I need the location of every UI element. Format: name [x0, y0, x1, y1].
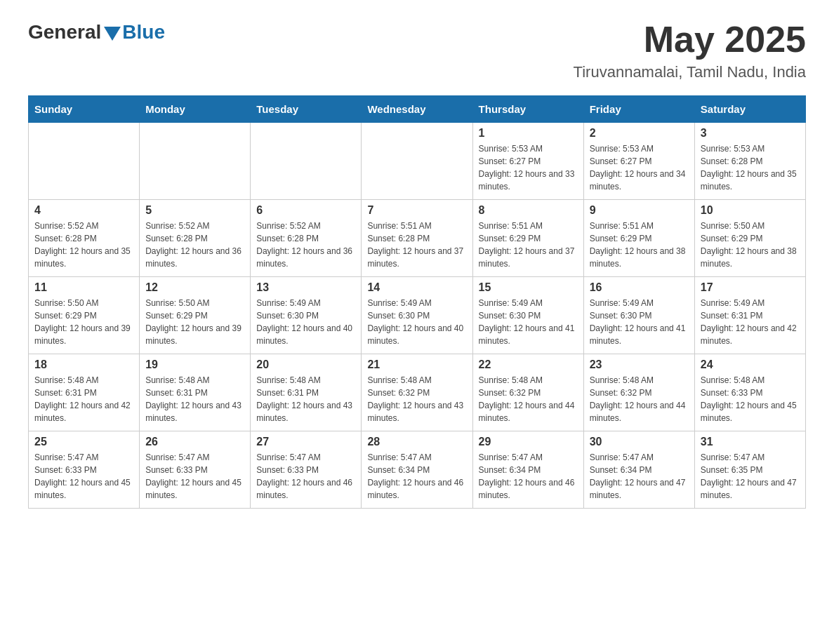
day-number: 17 — [701, 281, 800, 294]
day-number: 6 — [256, 204, 355, 217]
day-info: Sunrise: 5:47 AM Sunset: 6:33 PM Dayligh… — [34, 451, 133, 502]
calendar-cell: 14Sunrise: 5:49 AM Sunset: 6:30 PM Dayli… — [362, 277, 472, 354]
calendar-week-row: 11Sunrise: 5:50 AM Sunset: 6:29 PM Dayli… — [29, 277, 806, 354]
day-number: 27 — [256, 436, 355, 448]
day-number: 2 — [590, 127, 689, 140]
calendar-week-row: 4Sunrise: 5:52 AM Sunset: 6:28 PM Daylig… — [29, 200, 806, 277]
day-of-week-header: Thursday — [472, 96, 583, 123]
calendar-cell: 21Sunrise: 5:48 AM Sunset: 6:32 PM Dayli… — [362, 354, 472, 431]
day-info: Sunrise: 5:48 AM Sunset: 6:32 PM Dayligh… — [367, 374, 466, 424]
calendar-cell: 1Sunrise: 5:53 AM Sunset: 6:27 PM Daylig… — [472, 123, 583, 200]
day-number: 20 — [256, 358, 355, 371]
day-number: 16 — [590, 281, 689, 294]
day-of-week-header: Friday — [583, 96, 694, 123]
calendar-cell: 3Sunrise: 5:53 AM Sunset: 6:28 PM Daylig… — [694, 123, 805, 200]
day-number: 28 — [367, 436, 466, 448]
day-number: 24 — [701, 358, 800, 371]
day-info: Sunrise: 5:48 AM Sunset: 6:32 PM Dayligh… — [590, 374, 689, 424]
day-info: Sunrise: 5:48 AM Sunset: 6:31 PM Dayligh… — [34, 374, 133, 424]
calendar-cell: 18Sunrise: 5:48 AM Sunset: 6:31 PM Dayli… — [29, 354, 140, 431]
day-number: 12 — [145, 281, 244, 294]
day-number: 8 — [479, 204, 578, 217]
day-info: Sunrise: 5:47 AM Sunset: 6:34 PM Dayligh… — [590, 451, 689, 502]
day-info: Sunrise: 5:47 AM Sunset: 6:33 PM Dayligh… — [256, 451, 355, 502]
month-title: May 2025 — [574, 21, 806, 58]
day-number: 5 — [145, 204, 244, 217]
day-number: 3 — [701, 127, 800, 140]
day-info: Sunrise: 5:53 AM Sunset: 6:27 PM Dayligh… — [590, 142, 689, 193]
calendar-cell: 22Sunrise: 5:48 AM Sunset: 6:32 PM Dayli… — [472, 354, 583, 431]
calendar-cell: 16Sunrise: 5:49 AM Sunset: 6:30 PM Dayli… — [583, 277, 694, 354]
calendar-cell: 12Sunrise: 5:50 AM Sunset: 6:29 PM Dayli… — [140, 277, 251, 354]
logo-blue-text: Blue — [122, 21, 165, 43]
day-number: 23 — [590, 358, 689, 371]
logo-blue-part: Blue — [101, 21, 165, 43]
day-info: Sunrise: 5:47 AM Sunset: 6:34 PM Dayligh… — [367, 451, 466, 502]
day-info: Sunrise: 5:47 AM Sunset: 6:34 PM Dayligh… — [479, 451, 578, 502]
calendar-table: SundayMondayTuesdayWednesdayThursdayFrid… — [28, 95, 806, 509]
calendar-cell: 13Sunrise: 5:49 AM Sunset: 6:30 PM Dayli… — [251, 277, 362, 354]
day-number: 7 — [367, 204, 466, 217]
day-info: Sunrise: 5:51 AM Sunset: 6:28 PM Dayligh… — [367, 220, 466, 270]
calendar-cell: 20Sunrise: 5:48 AM Sunset: 6:31 PM Dayli… — [251, 354, 362, 431]
calendar-cell: 26Sunrise: 5:47 AM Sunset: 6:33 PM Dayli… — [140, 431, 251, 509]
day-number: 25 — [34, 436, 133, 448]
day-number: 11 — [34, 281, 133, 294]
day-number: 4 — [34, 204, 133, 217]
calendar-cell: 23Sunrise: 5:48 AM Sunset: 6:32 PM Dayli… — [583, 354, 694, 431]
calendar-week-row: 25Sunrise: 5:47 AM Sunset: 6:33 PM Dayli… — [29, 431, 806, 509]
day-number: 21 — [367, 358, 466, 371]
day-number: 9 — [590, 204, 689, 217]
day-info: Sunrise: 5:53 AM Sunset: 6:28 PM Dayligh… — [701, 142, 800, 193]
calendar-cell: 6Sunrise: 5:52 AM Sunset: 6:28 PM Daylig… — [251, 200, 362, 277]
day-info: Sunrise: 5:47 AM Sunset: 6:35 PM Dayligh… — [701, 451, 800, 502]
day-info: Sunrise: 5:49 AM Sunset: 6:30 PM Dayligh… — [367, 297, 466, 347]
day-of-week-header: Sunday — [29, 96, 140, 123]
day-info: Sunrise: 5:49 AM Sunset: 6:30 PM Dayligh… — [590, 297, 689, 347]
logo-arrow-icon — [104, 27, 121, 41]
calendar-week-row: 18Sunrise: 5:48 AM Sunset: 6:31 PM Dayli… — [29, 354, 806, 431]
page-header: General Blue May 2025 Tiruvannamalai, Ta… — [28, 21, 806, 81]
calendar-cell: 4Sunrise: 5:52 AM Sunset: 6:28 PM Daylig… — [29, 200, 140, 277]
day-info: Sunrise: 5:52 AM Sunset: 6:28 PM Dayligh… — [34, 220, 133, 270]
day-number: 1 — [479, 127, 578, 140]
calendar-cell: 29Sunrise: 5:47 AM Sunset: 6:34 PM Dayli… — [472, 431, 583, 509]
day-info: Sunrise: 5:48 AM Sunset: 6:31 PM Dayligh… — [145, 374, 244, 424]
day-number: 13 — [256, 281, 355, 294]
calendar-cell: 28Sunrise: 5:47 AM Sunset: 6:34 PM Dayli… — [362, 431, 472, 509]
day-number: 22 — [479, 358, 578, 371]
day-info: Sunrise: 5:50 AM Sunset: 6:29 PM Dayligh… — [34, 297, 133, 347]
day-info: Sunrise: 5:53 AM Sunset: 6:27 PM Dayligh… — [479, 142, 578, 193]
calendar-cell: 17Sunrise: 5:49 AM Sunset: 6:31 PM Dayli… — [694, 277, 805, 354]
logo-general-text: General — [28, 21, 101, 43]
calendar-header-row: SundayMondayTuesdayWednesdayThursdayFrid… — [29, 96, 806, 123]
calendar-cell — [362, 123, 472, 200]
day-number: 26 — [145, 436, 244, 448]
day-info: Sunrise: 5:51 AM Sunset: 6:29 PM Dayligh… — [590, 220, 689, 270]
calendar-cell: 19Sunrise: 5:48 AM Sunset: 6:31 PM Dayli… — [140, 354, 251, 431]
calendar-cell: 5Sunrise: 5:52 AM Sunset: 6:28 PM Daylig… — [140, 200, 251, 277]
day-number: 30 — [590, 436, 689, 448]
day-info: Sunrise: 5:47 AM Sunset: 6:33 PM Dayligh… — [145, 451, 244, 502]
day-number: 29 — [479, 436, 578, 448]
calendar-cell: 11Sunrise: 5:50 AM Sunset: 6:29 PM Dayli… — [29, 277, 140, 354]
day-info: Sunrise: 5:52 AM Sunset: 6:28 PM Dayligh… — [256, 220, 355, 270]
calendar-week-row: 1Sunrise: 5:53 AM Sunset: 6:27 PM Daylig… — [29, 123, 806, 200]
day-info: Sunrise: 5:52 AM Sunset: 6:28 PM Dayligh… — [145, 220, 244, 270]
calendar-cell — [251, 123, 362, 200]
day-of-week-header: Wednesday — [362, 96, 472, 123]
calendar-cell: 8Sunrise: 5:51 AM Sunset: 6:29 PM Daylig… — [472, 200, 583, 277]
day-of-week-header: Monday — [140, 96, 251, 123]
day-number: 31 — [701, 436, 800, 448]
day-info: Sunrise: 5:51 AM Sunset: 6:29 PM Dayligh… — [479, 220, 578, 270]
day-info: Sunrise: 5:50 AM Sunset: 6:29 PM Dayligh… — [701, 220, 800, 270]
calendar-cell: 2Sunrise: 5:53 AM Sunset: 6:27 PM Daylig… — [583, 123, 694, 200]
calendar-cell — [29, 123, 140, 200]
day-number: 19 — [145, 358, 244, 371]
day-number: 18 — [34, 358, 133, 371]
calendar-cell: 30Sunrise: 5:47 AM Sunset: 6:34 PM Dayli… — [583, 431, 694, 509]
day-of-week-header: Saturday — [694, 96, 805, 123]
day-info: Sunrise: 5:48 AM Sunset: 6:31 PM Dayligh… — [256, 374, 355, 424]
calendar-cell: 24Sunrise: 5:48 AM Sunset: 6:33 PM Dayli… — [694, 354, 805, 431]
calendar-cell: 27Sunrise: 5:47 AM Sunset: 6:33 PM Dayli… — [251, 431, 362, 509]
